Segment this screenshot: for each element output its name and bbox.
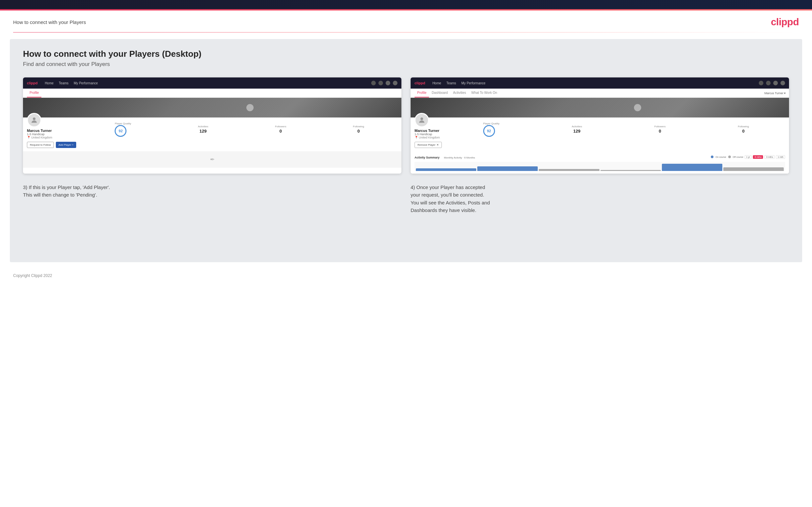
stat-quality-2: Player Quality 92 bbox=[483, 122, 500, 137]
page-heading: How to connect with your Players (Deskto… bbox=[23, 49, 789, 59]
banner-2 bbox=[411, 98, 789, 117]
search-icon-1[interactable] bbox=[371, 81, 376, 85]
chart-bars bbox=[414, 162, 785, 171]
stat-quality-1: Player Quality 92 bbox=[115, 122, 131, 137]
follow-button-1[interactable]: Request to Follow bbox=[27, 142, 54, 148]
bar-6 bbox=[723, 167, 784, 171]
activity-period: Monthly Activity · 6 Months bbox=[444, 156, 475, 159]
mini-nav-teams-1: Teams bbox=[59, 81, 68, 85]
tab-activities-2[interactable]: Activities bbox=[450, 89, 468, 98]
player-name-2: Marcus Turner bbox=[414, 129, 442, 132]
profile-area-1: Marcus Turner 1-5 Handicap 📍 United King… bbox=[23, 117, 401, 151]
quality-circle-1: 92 bbox=[115, 125, 126, 137]
off-course-label: Off course bbox=[733, 156, 743, 158]
bar-2 bbox=[477, 166, 538, 171]
activity-area: Activity Summary Monthly Activity · 6 Mo… bbox=[411, 151, 789, 174]
mini-tabs-2: Profile Dashboard Activities What To Wor… bbox=[411, 89, 764, 98]
mini-nav-performance-1: My Performance bbox=[74, 81, 98, 85]
location-icon-1: 📍 bbox=[27, 136, 31, 139]
stat-activities-2: Activities 129 bbox=[571, 125, 582, 134]
main-content: How to connect with your Players (Deskto… bbox=[10, 39, 802, 262]
profile-area-2: Marcus Turner 1-5 Handicap 📍 United King… bbox=[411, 117, 789, 151]
top-bar bbox=[0, 0, 812, 9]
player-name-1: Marcus Turner bbox=[27, 129, 76, 132]
stats-row-2: Player Quality 92 Activities 129 Followe bbox=[447, 120, 785, 139]
activity-header: Activity Summary Monthly Activity · 6 Mo… bbox=[414, 154, 785, 160]
profile-icon-2[interactable] bbox=[780, 81, 785, 85]
tab-whattoon-2[interactable]: What To Work On bbox=[469, 89, 500, 98]
stat-following-2: Following 0 bbox=[738, 125, 749, 134]
stat-activities-1: Activities 129 bbox=[198, 125, 208, 134]
copyright: Copyright Clippd 2022 bbox=[13, 273, 52, 278]
mini-nav-1: clippd Home Teams My Performance bbox=[23, 77, 401, 89]
activity-title: Activity Summary bbox=[414, 156, 440, 159]
banner-1 bbox=[23, 98, 401, 117]
screenshot-2: clippd Home Teams My Performance Profile… bbox=[411, 77, 789, 174]
activity-controls: On course Off course 1 yr 6 mths 3 mths … bbox=[711, 155, 785, 159]
pen-icon: ✒ bbox=[210, 156, 215, 163]
description-1: 3) If this is your Player tap, 'Add Play… bbox=[23, 183, 401, 214]
dropdown-chevron: ▾ bbox=[784, 92, 786, 95]
tab-profile-2[interactable]: Profile bbox=[414, 89, 429, 98]
mini-tabs-1: Profile bbox=[23, 89, 401, 98]
description-text-1: 3) If this is your Player tap, 'Add Play… bbox=[23, 184, 110, 198]
quality-circle-2: 92 bbox=[483, 125, 495, 137]
profile-icon-1[interactable] bbox=[393, 81, 398, 85]
mini-nav-home-2: Home bbox=[432, 81, 441, 85]
user-icon-1[interactable] bbox=[378, 81, 383, 85]
period-3mths[interactable]: 3 mths bbox=[764, 155, 774, 159]
mini-nav-performance-2: My Performance bbox=[461, 81, 486, 85]
remove-x-icon: ✕ bbox=[437, 144, 439, 146]
period-6mths[interactable]: 6 mths bbox=[753, 155, 763, 159]
screenshot-footer-1: ✒ bbox=[23, 151, 401, 168]
settings-icon-2[interactable] bbox=[773, 81, 778, 85]
screenshots-row: clippd Home Teams My Performance Profile bbox=[23, 77, 789, 174]
mini-nav-icons-1 bbox=[371, 81, 398, 85]
on-course-label: On course bbox=[715, 156, 726, 158]
player-location-1: 📍 United Kingdom bbox=[27, 136, 76, 139]
add-player-button-1[interactable]: Add Player + bbox=[56, 142, 76, 148]
stat-following-1: Following 0 bbox=[353, 125, 364, 134]
header-divider bbox=[13, 32, 799, 33]
location-icon-2: 📍 bbox=[414, 136, 418, 139]
settings-icon-1[interactable] bbox=[386, 81, 390, 85]
on-course-dot bbox=[711, 156, 713, 158]
clippd-logo: clippd bbox=[771, 16, 799, 27]
player-dropdown[interactable]: Marcus Turner ▾ bbox=[764, 92, 789, 95]
bar-4 bbox=[601, 170, 661, 171]
stats-row-1: Player Quality 92 Activities 129 Followe bbox=[82, 120, 398, 139]
descriptions-row: 3) If this is your Player tap, 'Add Play… bbox=[23, 183, 789, 214]
screenshot-1: clippd Home Teams My Performance Profile bbox=[23, 77, 401, 174]
bar-1 bbox=[416, 168, 476, 171]
activity-legend: On course Off course bbox=[711, 156, 743, 158]
mini-nav-icons-2 bbox=[759, 81, 785, 85]
player-buttons-1: Request to Follow Add Player + bbox=[27, 142, 76, 148]
description-2: 4) Once your Player has acceptedyour req… bbox=[411, 183, 789, 214]
search-icon-2[interactable] bbox=[759, 81, 763, 85]
avatar-1 bbox=[27, 113, 41, 127]
remove-player-button[interactable]: Remove Player ✕ bbox=[414, 142, 442, 148]
add-icon-1: + bbox=[72, 144, 73, 146]
bar-5 bbox=[662, 164, 722, 171]
period-1yr[interactable]: 1 yr bbox=[745, 155, 752, 159]
page-subheading: Find and connect with your Players bbox=[23, 61, 789, 68]
description-text-2: 4) Once your Player has acceptedyour req… bbox=[411, 184, 490, 213]
footer: Copyright Clippd 2022 bbox=[0, 269, 812, 283]
stat-followers-1: Followers 0 bbox=[275, 125, 286, 134]
player-location-2: 📍 United Kingdom bbox=[414, 136, 442, 139]
svg-point-0 bbox=[33, 117, 36, 120]
tab-profile-1[interactable]: Profile bbox=[27, 89, 41, 98]
tab-dashboard-2[interactable]: Dashboard bbox=[429, 89, 450, 98]
avatar-2 bbox=[414, 113, 429, 127]
mini-nav-2: clippd Home Teams My Performance bbox=[411, 77, 789, 89]
player-handicap-2: 1-5 Handicap bbox=[414, 132, 442, 136]
mini-nav-home-1: Home bbox=[45, 81, 54, 85]
mini-logo-2: clippd bbox=[414, 81, 425, 85]
header: How to connect with your Players clippd bbox=[0, 10, 812, 32]
stat-followers-2: Followers 0 bbox=[654, 125, 665, 134]
user-icon-2[interactable] bbox=[766, 81, 771, 85]
svg-point-1 bbox=[420, 117, 423, 120]
period-1mth[interactable]: 1 mth bbox=[776, 155, 785, 159]
mini-logo-1: clippd bbox=[27, 81, 38, 85]
off-course-dot bbox=[728, 156, 731, 158]
